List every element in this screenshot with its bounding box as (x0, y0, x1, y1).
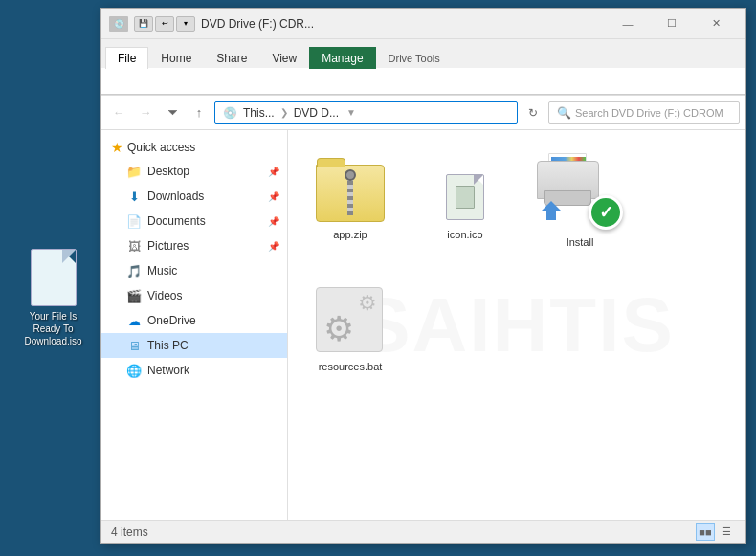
save-tb-button[interactable]: 💾 (134, 16, 153, 32)
ribbon: File Home Share View Manage Drive Tools (101, 39, 745, 96)
desktop-icon-label: Your File Is Ready To Download.iso (17, 310, 89, 347)
sidebar-item-thispc[interactable]: 🖥 This PC (101, 333, 287, 358)
pin-icon: 📌 (268, 167, 279, 177)
undo-tb-button[interactable]: ↩ (155, 16, 174, 32)
zipper-pull (345, 169, 356, 181)
file-area: SAIHTIS app.zip (288, 130, 745, 520)
install-icon: ✓ (537, 153, 623, 230)
file-item-install[interactable]: ✓ Install (537, 149, 623, 253)
view-toggle: ■■ ☰ (696, 523, 736, 541)
file-item-appzip[interactable]: app.zip (307, 149, 393, 253)
videos-icon: 🎬 (126, 288, 142, 303)
quick-access-label: Quick access (127, 141, 195, 154)
quick-access-header[interactable]: ★ Quick access (101, 134, 287, 159)
minimize-button[interactable]: — (606, 9, 650, 39)
dvd-drive-icon: 💿 (109, 16, 128, 32)
zip-folder-shape (316, 165, 385, 222)
star-icon: ★ (111, 140, 123, 155)
path-dropdown[interactable]: ▼ (346, 107, 356, 118)
item-count: 4 items (111, 525, 148, 539)
path-sep-1: ❯ (280, 107, 288, 118)
maximize-button[interactable]: ☐ (650, 9, 694, 39)
pin-icon-3: 📌 (268, 216, 279, 227)
ico-file-shape (446, 174, 484, 220)
tab-share[interactable]: Share (204, 47, 259, 69)
path-icon: 💿 (223, 106, 237, 120)
ribbon-content (101, 68, 745, 95)
sidebar-item-documents[interactable]: 📄 Documents 📌 (101, 209, 287, 234)
music-icon: 🎵 (126, 263, 142, 278)
details-view-button[interactable]: ☰ (717, 523, 736, 541)
search-placeholder: Search DVD Drive (F:) CDROM (575, 107, 723, 119)
status-bar: 4 items ■■ ☰ (101, 520, 745, 543)
checkmark-icon: ✓ (599, 204, 613, 221)
forward-button[interactable]: → (134, 101, 157, 124)
sidebar-label-thispc: This PC (147, 339, 189, 352)
sidebar-item-videos[interactable]: 🎬 Videos (101, 283, 287, 308)
sidebar-item-music[interactable]: 🎵 Music (101, 258, 287, 283)
file-item-ico[interactable]: icon.ico (422, 168, 508, 253)
tab-view[interactable]: View (259, 47, 309, 69)
address-path[interactable]: 💿 This... ❯ DVD D... ▼ (214, 101, 518, 124)
gear-large-icon: ⚙ (323, 312, 362, 350)
ribbon-tabs: File Home Share View Manage Drive Tools (101, 39, 745, 68)
sidebar-label-desktop: Desktop (147, 165, 189, 178)
printer-shape (537, 153, 604, 206)
install-checkmark-badge: ✓ (589, 195, 623, 230)
search-box[interactable]: 🔍 Search DVD Drive (F:) CDROM (548, 101, 740, 124)
up-button[interactable]: ↑ (188, 101, 211, 124)
thispc-icon: 🖥 (126, 338, 142, 353)
sidebar-item-downloads[interactable]: ⬇ Downloads 📌 (101, 184, 287, 209)
sidebar-item-network[interactable]: 🌐 Network (101, 358, 287, 383)
window-title: DVD Drive (F:) CDR... (201, 17, 600, 31)
ico-icon (440, 172, 490, 222)
sidebar-label-videos: Videos (147, 289, 182, 302)
tab-drive-tools[interactable]: Manage (309, 47, 375, 69)
tb-dropdown[interactable]: ▾ (176, 16, 195, 32)
sidebar-label-downloads: Downloads (147, 189, 204, 203)
recent-locations-button[interactable]: ⏷ (161, 101, 184, 124)
downloads-icon: ⬇ (126, 189, 142, 204)
tab-file[interactable]: File (105, 47, 148, 69)
resources-label: resources.bat (319, 360, 383, 373)
pin-icon-2: 📌 (268, 191, 279, 202)
explorer-window: 💿 💾 ↩ ▾ DVD Drive (F:) CDR... — ☐ ✕ File… (100, 8, 746, 544)
sidebar-label-pictures: Pictures (147, 239, 189, 253)
close-button[interactable]: ✕ (694, 9, 738, 39)
sidebar-item-onedrive[interactable]: ☁ OneDrive (101, 308, 287, 333)
folder-icon: 📁 (126, 164, 142, 179)
address-bar: ← → ⏷ ↑ 💿 This... ❯ DVD D... ▼ ↻ 🔍 Searc… (101, 96, 745, 130)
appzip-label: app.zip (333, 228, 367, 241)
pictures-icon: 🖼 (126, 238, 142, 254)
file-item-resources[interactable]: ⚙ ⚙ resources.bat (307, 281, 393, 377)
quick-access-toolbar: 💾 ↩ ▾ (134, 16, 195, 32)
sidebar: ★ Quick access 📁 Desktop 📌 ⬇ Downloads 📌… (101, 130, 288, 520)
ico-inner-shape (456, 186, 475, 209)
refresh-button[interactable]: ↻ (522, 101, 545, 124)
sidebar-label-documents: Documents (147, 214, 206, 228)
pin-icon-4: 📌 (268, 241, 279, 252)
file-grid: app.zip icon.ico (288, 130, 745, 397)
sidebar-label-onedrive: OneDrive (147, 314, 196, 327)
ico-label: icon.ico (447, 228, 482, 241)
title-bar: 💿 💾 ↩ ▾ DVD Drive (F:) CDR... — ☐ ✕ (101, 9, 745, 39)
resources-icon: ⚙ ⚙ (316, 285, 385, 354)
search-icon: 🔍 (557, 106, 571, 120)
sidebar-item-pictures[interactable]: 🖼 Pictures 📌 (101, 234, 287, 258)
zip-icon (316, 153, 385, 222)
desktop-icon[interactable]: Your File Is Ready To Download.iso (17, 249, 89, 347)
tab-home[interactable]: Home (148, 47, 204, 69)
main-content: ★ Quick access 📁 Desktop 📌 ⬇ Downloads 📌… (101, 130, 745, 520)
tab-manage-label: Drive Tools (376, 48, 453, 69)
path-this: This... (243, 106, 275, 120)
back-button[interactable]: ← (107, 101, 130, 124)
install-label: Install (567, 235, 594, 249)
sidebar-label-music: Music (147, 264, 177, 278)
network-icon: 🌐 (126, 363, 142, 378)
desktop-icon-image (31, 249, 77, 306)
onedrive-icon: ☁ (126, 313, 142, 328)
sidebar-item-desktop[interactable]: 📁 Desktop 📌 (101, 159, 287, 184)
large-icons-view-button[interactable]: ■■ (696, 523, 715, 541)
sidebar-label-network: Network (147, 364, 189, 377)
desktop: Your File Is Ready To Download.iso 💿 💾 ↩… (0, 0, 756, 556)
